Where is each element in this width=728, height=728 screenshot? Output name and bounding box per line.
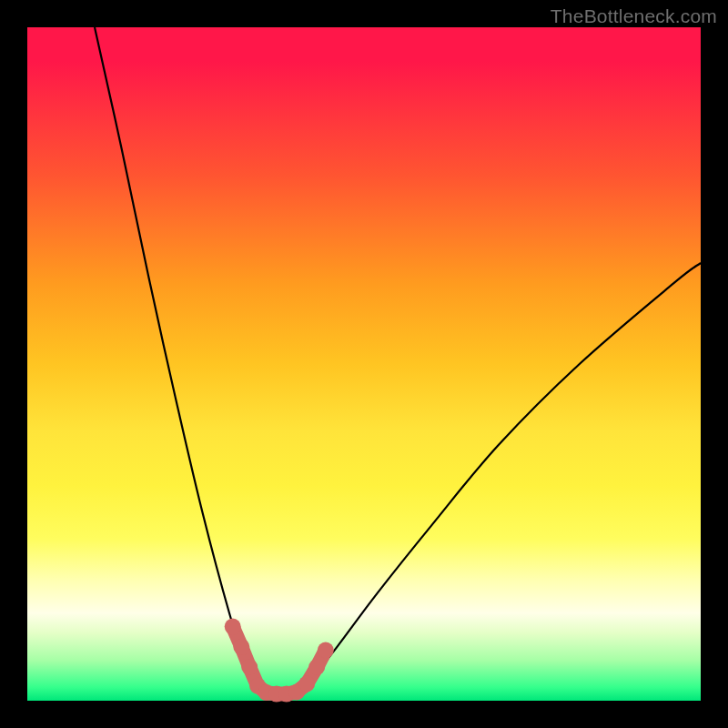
plot-area xyxy=(27,27,701,701)
marker-dot xyxy=(225,619,241,635)
attribution-label: TheBottleneck.com xyxy=(551,5,717,27)
marker-dot xyxy=(318,642,334,659)
curve-svg xyxy=(27,27,701,701)
bottleneck-curve xyxy=(95,27,701,698)
marker-group xyxy=(225,619,334,703)
marker-dot xyxy=(308,659,325,675)
marker-dot xyxy=(233,639,249,655)
marker-dot xyxy=(241,659,258,675)
marker-dot xyxy=(298,676,315,693)
chart-frame: TheBottleneck.com xyxy=(0,0,728,728)
